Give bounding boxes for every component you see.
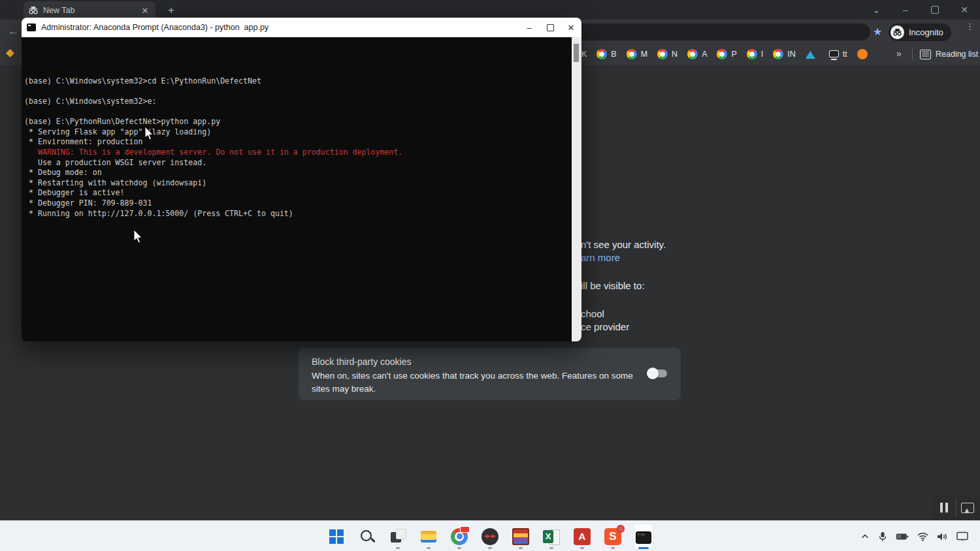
- taskbar-winrar[interactable]: [511, 524, 531, 550]
- bookmark-favicon: [687, 49, 698, 59]
- taskbar-file-explorer[interactable]: [419, 524, 438, 550]
- bookmark-item[interactable]: A: [687, 49, 707, 59]
- excel-icon: [543, 528, 560, 545]
- bookmark-item[interactable]: N: [657, 49, 678, 59]
- active-indicator: [638, 547, 649, 549]
- block-cookies-toggle[interactable]: [649, 370, 667, 377]
- tab-close-icon[interactable]: ✕: [140, 6, 150, 16]
- bookmark-favicon: [596, 49, 607, 59]
- tab-title: New Tab: [43, 6, 140, 15]
- terminal-line: WARNING: This is a development server. D…: [24, 148, 572, 158]
- bookmarks-overflow-icon[interactable]: »: [896, 48, 902, 59]
- bookmark-favicon: [717, 49, 727, 59]
- bookmark-item[interactable]: [806, 50, 819, 59]
- taskbar-dark-circle-app[interactable]: [480, 524, 500, 550]
- terminal-maximize-button[interactable]: [540, 18, 561, 37]
- bookmark-item[interactable]: I: [747, 49, 763, 59]
- reading-list-button[interactable]: Reading list: [920, 43, 978, 65]
- window-maximize-button[interactable]: [926, 4, 943, 16]
- terminal-line: * Debugger PIN: 709-889-031: [24, 198, 572, 209]
- bookmark-item[interactable]: M: [627, 49, 647, 59]
- running-indicator: [457, 547, 461, 549]
- terminal-output[interactable]: (base) C:\Windows\system32>cd E:\PythonR…: [22, 37, 572, 341]
- terminal-line: * Running on http://127.0.0.1:5000/ (Pre…: [24, 209, 572, 219]
- bookmark-favicon: [857, 49, 868, 59]
- reading-list-icon: [920, 50, 931, 59]
- terminal-minimize-button[interactable]: –: [519, 18, 540, 37]
- tab-new-tab[interactable]: New Tab ✕: [24, 1, 155, 20]
- bookmark-items: K B M N A P I IN: [581, 43, 872, 65]
- winrar-icon: [512, 528, 529, 545]
- taskbar-excel[interactable]: [542, 524, 561, 550]
- bookmark-star-icon[interactable]: ★: [873, 25, 882, 38]
- bookmark-label: N: [672, 50, 678, 59]
- bookmark-label: M: [641, 50, 647, 59]
- bookmark-item[interactable]: tt: [829, 50, 847, 59]
- snapshot-icon[interactable]: [956, 503, 979, 513]
- terminal-close-button[interactable]: ✕: [561, 18, 581, 37]
- bookmark-label: A: [702, 50, 707, 59]
- running-indicator: [396, 547, 400, 549]
- tray-chevron-up-icon[interactable]: [860, 532, 870, 541]
- running-indicator: [549, 547, 553, 549]
- bookmark-item[interactable]: [857, 49, 872, 59]
- volume-icon[interactable]: [937, 532, 948, 541]
- bookmark-item[interactable]: P: [717, 49, 736, 59]
- bookmark-favicon: [747, 49, 757, 59]
- window-minimize-button[interactable]: –: [897, 4, 914, 16]
- bookmark-item[interactable]: B: [596, 49, 616, 59]
- system-tray: [860, 521, 968, 551]
- running-indicator: [519, 547, 523, 549]
- running-indicator: [488, 547, 492, 549]
- toggle-knob: [647, 368, 659, 379]
- bookmark-favicon: [627, 49, 637, 59]
- browser-menu-icon[interactable]: ⋮: [966, 24, 971, 29]
- block-cookies-title: Block third-party cookies: [312, 356, 412, 367]
- incognito-activity-text: n't see your activity.: [581, 239, 666, 250]
- microphone-icon[interactable]: [878, 531, 887, 542]
- taskbar-anaconda-prompt[interactable]: [634, 524, 653, 550]
- taskbar-chrome[interactable]: [449, 524, 469, 550]
- incognito-icon: [29, 7, 38, 14]
- battery-icon[interactable]: [896, 532, 909, 541]
- back-icon[interactable]: ←: [8, 25, 19, 38]
- visible-item-school: chool: [581, 308, 604, 319]
- maximize-icon: [931, 6, 939, 14]
- taskbar-pdf-reader[interactable]: [572, 524, 592, 550]
- taskbar-search[interactable]: [357, 524, 377, 550]
- bookmark-item[interactable]: K: [581, 50, 587, 59]
- terminal-title: Administrator: Anaconda Prompt (Anaconda…: [41, 23, 519, 32]
- running-indicator: [580, 547, 584, 549]
- new-tab-button[interactable]: +: [165, 4, 178, 17]
- notification-icon[interactable]: [956, 531, 968, 541]
- taskbar-task-view[interactable]: [388, 524, 408, 550]
- terminal-scrollbar[interactable]: [572, 37, 581, 341]
- chrome-icon: [451, 528, 468, 545]
- windows-start-icon: [329, 529, 344, 544]
- learn-more-link[interactable]: arn more: [581, 252, 620, 263]
- scrollbar-thumb[interactable]: [574, 44, 579, 62]
- start-button[interactable]: [327, 524, 346, 550]
- anaconda-prompt-window[interactable]: Administrator: Anaconda Prompt (Anaconda…: [22, 18, 581, 341]
- window-close-button[interactable]: ✕: [956, 4, 973, 16]
- running-indicator: [427, 547, 431, 549]
- taskbar-remote-s-app[interactable]: [603, 524, 623, 550]
- pause-icon[interactable]: [932, 503, 956, 512]
- pdf-reader-icon: [574, 528, 591, 545]
- wifi-icon[interactable]: [917, 532, 928, 541]
- terminal-line: [24, 107, 572, 118]
- terminal-titlebar[interactable]: Administrator: Anaconda Prompt (Anaconda…: [22, 18, 581, 37]
- terminal-line: (base) C:\Windows\system32>cd E:\PythonR…: [24, 76, 572, 87]
- bookmark-label: IN: [787, 50, 796, 59]
- recorder-toolbar: [932, 495, 980, 520]
- task-view-icon: [389, 528, 406, 545]
- notification-dot: [617, 525, 625, 533]
- terminal-line: * Debug mode: on: [24, 168, 572, 178]
- bookmarks-divider: [912, 47, 913, 60]
- terminal-line: * Debugger is active!: [24, 188, 572, 198]
- window-chevron-icon[interactable]: ⌄: [868, 4, 885, 16]
- taskbar-center: [0, 521, 980, 551]
- bookmark-item[interactable]: IN: [773, 49, 796, 59]
- bookmark-favicon: [657, 49, 668, 59]
- terminal-line: Use a production WSGI server instead.: [24, 158, 572, 168]
